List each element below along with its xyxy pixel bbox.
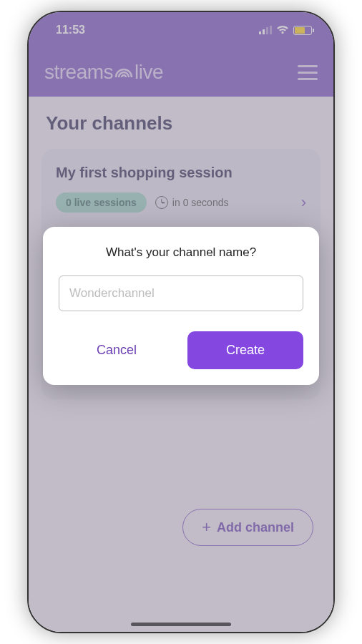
status-icons	[259, 25, 312, 35]
time-text: in 0 seconds	[172, 197, 229, 208]
create-button[interactable]: Create	[187, 331, 303, 369]
add-channel-label: Add channel	[217, 520, 294, 535]
add-channel-button[interactable]: + Add channel	[182, 509, 313, 546]
status-bar: 11:53	[29, 12, 333, 48]
cancel-button[interactable]: Cancel	[59, 331, 175, 369]
app-header: streams live	[29, 48, 333, 97]
live-sessions-badge: 0 live sessions	[56, 192, 147, 213]
channel-meta-row: 0 live sessions in 0 seconds ›	[56, 192, 306, 213]
channel-name-modal: What's your channel name? Cancel Create	[43, 227, 319, 385]
home-indicator[interactable]	[131, 623, 231, 626]
modal-title: What's your channel name?	[59, 245, 303, 260]
page-title: Your channels	[41, 112, 321, 135]
svg-rect-0	[259, 31, 261, 34]
device-frame: 11:53 streams	[27, 11, 335, 633]
app-logo: streams live	[44, 61, 163, 84]
clock-icon	[155, 196, 168, 209]
channel-name-input[interactable]	[59, 275, 303, 311]
status-time: 11:53	[56, 24, 85, 36]
logo-arc-icon	[114, 66, 133, 79]
cellular-signal-icon	[259, 25, 272, 35]
time-info: in 0 seconds	[155, 196, 293, 209]
battery-icon	[293, 26, 312, 35]
svg-rect-3	[270, 26, 272, 34]
menu-button[interactable]	[298, 65, 318, 80]
chevron-right-icon[interactable]: ›	[301, 193, 306, 212]
plus-icon: +	[202, 519, 211, 535]
wifi-icon	[276, 25, 289, 35]
channel-title: My first shopping session	[56, 165, 306, 181]
logo-text-prefix: streams	[44, 61, 113, 84]
modal-actions: Cancel Create	[59, 331, 303, 369]
svg-rect-1	[263, 29, 265, 34]
logo-text-suffix: live	[134, 61, 163, 84]
svg-rect-2	[266, 27, 268, 34]
